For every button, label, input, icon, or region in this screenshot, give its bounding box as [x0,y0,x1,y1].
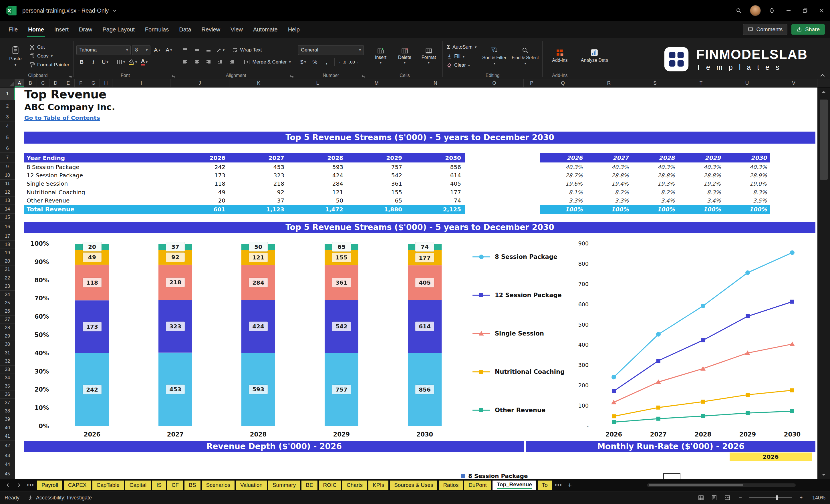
paste-button[interactable]: Paste ▾ [5,45,26,67]
pct-value[interactable]: 8.3% [678,188,724,196]
row-label[interactable]: 8 Session Package [27,163,79,171]
column-header-k[interactable]: K [229,79,288,87]
wrap-text-button[interactable]: Wrap Text [231,46,263,54]
row-header-43[interactable]: 43 [0,451,15,460]
row-header-3[interactable]: 3 [0,112,15,122]
row-header-31[interactable]: 31 [0,349,15,357]
underline-button[interactable]: U▾ [100,57,110,67]
toc-link[interactable]: Go to Table of Contents [24,115,100,121]
title-chevron-down-icon[interactable] [113,9,117,12]
column-header-f[interactable]: F [75,79,87,87]
pct-value[interactable]: 8.1% [540,188,586,196]
pct-value[interactable]: 40.3% [632,163,678,171]
zoom-slider-thumb[interactable] [776,496,778,500]
align-center-button[interactable] [192,57,202,67]
pct-value[interactable]: 28.8% [632,171,678,179]
pct-value[interactable]: 19.2% [678,179,724,188]
insert-cells-button[interactable]: Insert▾ [370,48,391,64]
cell-value[interactable]: 242 [170,163,229,171]
close-button[interactable] [813,0,830,21]
column-header-d[interactable]: D [50,79,62,87]
row-label[interactable]: Other Revenue [27,196,69,204]
row-header-12[interactable]: 12 [0,188,15,196]
scroll-up-button[interactable] [818,88,830,96]
sheet-tab-be[interactable]: BE [301,480,317,490]
pct-value[interactable]: 3.3% [540,196,586,204]
row-header-42[interactable]: 42 [0,441,15,451]
menu-tab-draw[interactable]: Draw [74,21,98,38]
sheet-tab-to[interactable]: To [538,480,552,490]
row-header-26[interactable]: 26 [0,307,15,315]
column-header-u[interactable]: U [724,79,770,87]
row-header-32[interactable]: 32 [0,357,15,366]
row-header-41[interactable]: 41 [0,432,15,441]
row-header-36[interactable]: 36 [0,390,15,399]
align-left-button[interactable] [180,57,190,67]
sheet-tab-payroll[interactable]: Payroll [37,480,62,490]
column-header-h[interactable]: H [100,79,113,87]
pct-value[interactable]: 28.8% [678,171,724,179]
row-header-6[interactable]: 6 [0,144,15,153]
vertical-scrollbar[interactable] [818,88,830,479]
cell-value[interactable]: 121 [288,188,347,196]
total-value[interactable]: 1,880 [347,205,406,214]
decrease-indent-button[interactable] [215,57,225,67]
column-header-m[interactable]: M [347,79,406,87]
row-header-33[interactable]: 33 [0,366,15,374]
pct-total-value[interactable]: 100% [586,205,632,214]
column-header-n[interactable]: N [406,79,465,87]
column-header-j[interactable]: J [170,79,229,87]
pct-value[interactable]: 40.3% [724,163,770,171]
column-header-c[interactable]: C [37,79,50,87]
zoom-in-button[interactable]: + [797,494,805,502]
autosum-button[interactable]: ΣAutoSum▾ [446,43,478,51]
merge-center-button[interactable]: Merge & Center▾ [243,58,292,66]
pct-value[interactable]: 19.3% [632,179,678,188]
sheet-tab-captable[interactable]: CapTable [92,480,124,490]
cell-value[interactable]: 614 [406,171,465,179]
normal-view-button[interactable] [697,494,705,502]
row-header-21[interactable]: 21 [0,265,15,274]
tabs-scroll-right-button[interactable] [14,481,24,490]
cell-value[interactable]: 284 [288,179,347,188]
pct-value[interactable]: 40.3% [540,163,586,171]
cell-value[interactable]: 218 [229,179,288,188]
sheet-tab-is[interactable]: IS [152,480,166,490]
sheet-tab-top-revenue[interactable]: Top_Revenue [492,480,536,490]
format-cells-button[interactable]: Format▾ [418,48,440,64]
pct-value[interactable]: 8.2% [632,188,678,196]
sheet-tab-charts[interactable]: Charts [342,480,367,490]
italic-button[interactable]: I [88,57,98,67]
decrease-font-size-button[interactable]: A▾ [164,45,174,55]
sort-filter-button[interactable]: Sort & Filter▾ [480,46,509,65]
row-label[interactable]: Nutritional Coaching [27,188,85,196]
line-chart[interactable]: 900800700600500400300200100-202620272028… [577,234,816,442]
horizontal-scrollbar[interactable] [647,483,796,487]
pct-value[interactable]: 28.7% [540,171,586,179]
clipboard-dialog-launcher[interactable] [67,73,73,78]
column-header-v[interactable]: V [770,79,818,87]
font-size-select[interactable]: 8▾ [132,45,151,55]
vertical-scrollbar-thumb[interactable] [820,99,828,180]
sheet-tab-summary[interactable]: Summary [268,480,300,490]
column-header-l[interactable]: L [288,79,347,87]
pct-value[interactable]: 3.4% [678,196,724,204]
menu-tab-review[interactable]: Review [196,21,225,38]
row-header-11[interactable]: 11 [0,180,15,188]
increase-indent-button[interactable] [227,57,237,67]
total-value[interactable]: 2,125 [406,205,465,214]
row-header-37[interactable]: 37 [0,399,15,407]
sheet-tab-kpis[interactable]: KPIs [369,480,388,490]
font-dialog-launcher[interactable] [171,73,176,78]
add-ins-button[interactable]: Add-ins [545,49,574,63]
cell-value[interactable]: 323 [229,171,288,179]
cell-value[interactable]: 361 [347,179,406,188]
page-layout-view-button[interactable] [710,494,719,502]
row-header-45[interactable]: 45 [0,469,15,479]
font-color-button[interactable]: A▾ [139,57,149,67]
align-top-button[interactable] [180,45,190,55]
pct-total-value[interactable]: 100% [632,205,678,214]
pct-value[interactable]: 19.6% [540,179,586,188]
search-button[interactable] [731,0,747,21]
menu-tab-home[interactable]: Home [23,21,49,38]
